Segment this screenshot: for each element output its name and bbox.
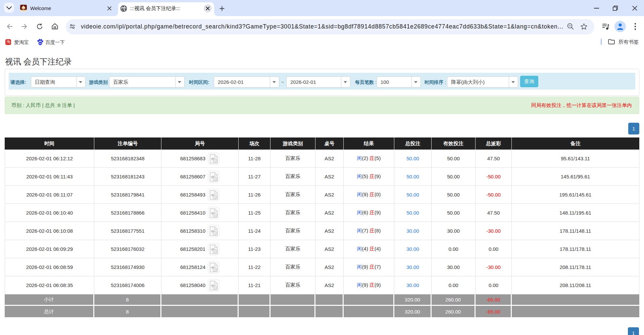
svg-text:du: du [39,42,42,45]
